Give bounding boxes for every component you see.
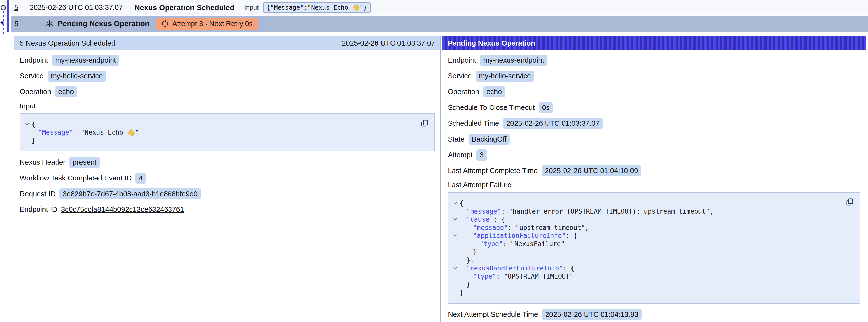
code-line: } [451,280,842,288]
event-timeline [0,0,14,37]
pending-operation-panel: Pending Nexus Operation Endpointmy-nexus… [442,36,866,322]
event-row-pending[interactable]: 5 Pending Nexus Operation Attempt 3 · Ne… [11,15,868,32]
detail-panels: 5 Nexus Operation Scheduled 2025-02-26 U… [14,36,866,322]
refresh-icon [161,20,169,28]
pending-panel-body: Endpointmy-nexus-endpointServicemy-hello… [442,50,866,320]
field-row: Schedule To Close Timeout0s [448,102,860,113]
code-line-text: { [32,121,35,128]
code-line-text: } [32,137,35,144]
field-row: Attempt3 [448,150,860,161]
json-key: "message" [473,224,508,231]
field-row: Operationecho [448,86,860,97]
json-key: "type" [479,240,503,248]
code-line-text: "nexusHandlerFailureInfo": { [460,264,575,272]
field-label: Input [20,102,435,110]
code-line-text: "cause": { [460,216,505,223]
copy-button[interactable] [419,118,430,128]
json-text: } [466,281,470,288]
code-line: "applicationFailureInfo": { [451,231,842,240]
code-line: { [451,199,842,207]
code-line-text: { [460,199,464,207]
json-text: : "upstream timeout", [508,224,589,231]
code-line-gutter[interactable] [451,201,460,205]
field-value-badge: echo [483,86,505,97]
code-line-text: } [460,281,470,288]
json-key: "message" [466,207,501,215]
field-label: Request ID [20,190,56,198]
field-label: Endpoint ID [20,205,57,214]
event-row-scheduled[interactable]: 5 2025-02-26 UTC 01:03:37.07 Nexus Opera… [11,0,868,15]
code-line: } [451,288,842,297]
code-line-text: "type": "NexusFailure" [460,240,564,248]
field-value-badge: 0s [539,102,553,113]
copy-icon [845,197,854,206]
json-text: } [473,248,477,256]
field-row: StateBackingOff [448,134,860,145]
code-line: "cause": { [451,215,842,223]
field-label: Workflow Task Completed Event ID [20,174,131,182]
json-text: : { [493,216,505,223]
code-line-text: }, [460,256,474,264]
code-line: "type": "NexusFailure" [451,240,842,248]
collapse-chevron-icon[interactable] [453,201,458,205]
collapse-chevron-icon[interactable] [25,122,30,127]
json-text: } [32,137,35,144]
field-label: Schedule To Close Timeout [448,103,535,112]
code-line-gutter[interactable] [451,217,460,222]
code-line-text: } [460,289,464,296]
field-label: Service [448,72,472,80]
code-line-text: } [460,248,477,256]
collapse-chevron-icon[interactable] [453,233,458,238]
copy-button[interactable] [844,196,855,207]
pending-event-title: Pending Nexus Operation [58,20,149,28]
json-text: : "Nexus Echo 👋" [73,129,139,136]
code-line-text: "type": "UPSTREAM_TIMEOUT" [460,273,574,280]
field-value-badge: echo [55,86,77,97]
code-line: } [451,248,842,256]
field-value-badge: my-hello-service [476,70,534,82]
json-text: } [460,289,464,296]
field-value-badge: 3 [476,150,487,161]
pending-event-id-link[interactable]: 5 [14,20,18,28]
field-value-badge: BackingOff [469,134,510,145]
field-value-badge: 2025-02-26 UTC 01:04:13.93 [542,309,642,320]
json-key: "cause" [466,216,493,223]
field-row: Nexus Headerpresent [20,157,435,168]
field-value-badge: my-nexus-endpoint [52,55,119,66]
event-timestamp: 2025-02-26 UTC 01:03:37.07 [30,3,123,11]
json-text: { [32,121,35,128]
field-value-badge: 4 [135,172,146,184]
event-id-link[interactable]: 5 [14,3,18,11]
scheduled-panel-title: 5 Nexus Operation Scheduled [20,39,115,47]
json-key: "applicationFailureInfo" [473,232,566,239]
json-key: "type" [473,273,496,280]
field-label: Next Attempt Schedule Time [448,311,538,319]
collapse-chevron-icon[interactable] [453,266,458,271]
field-row: Operationecho [20,86,435,97]
code-line-gutter[interactable] [451,266,460,271]
retry-status-badge: Attempt 3 · Next Retry 0s [156,18,258,30]
event-rows: 5 2025-02-26 UTC 01:03:37.07 Nexus Opera… [11,0,868,32]
code-line-text: "Message": "Nexus Echo 👋" [32,129,139,136]
field-label: Operation [20,88,51,96]
code-line-text: "message": "handler error (UPSTREAM_TIME… [460,207,714,215]
scheduled-event-panel: 5 Nexus Operation Scheduled 2025-02-26 U… [14,36,441,322]
field-label: Last Attempt Failure [448,181,860,189]
json-text: { [460,199,464,207]
field-value-badge: my-nexus-endpoint [480,55,548,66]
scheduled-panel-time: 2025-02-26 UTC 01:03:37.07 [342,39,435,47]
endpoint-id-link[interactable]: 3c0c75ccfa8144b092c13ce632463761 [61,205,184,214]
code-line-gutter[interactable] [451,233,460,238]
field-label: Service [20,72,44,80]
event-input-preview-chip: {"Message":"Nexus Echo 👋"} [263,2,370,13]
json-key: "nexusHandlerFailureInfo" [466,264,563,272]
timeline-marker-current-icon [0,21,4,25]
field-label: State [448,135,465,143]
code-line: "type": "UPSTREAM_TIMEOUT" [451,272,842,280]
code-line-gutter[interactable] [23,122,32,127]
collapse-chevron-icon[interactable] [453,217,458,222]
field-value-badge: 2025-02-26 UTC 01:03:37.07 [503,118,602,129]
copy-icon [420,119,429,127]
event-input-label: Input [245,4,259,11]
event-title: Nexus Operation Scheduled [134,3,235,12]
